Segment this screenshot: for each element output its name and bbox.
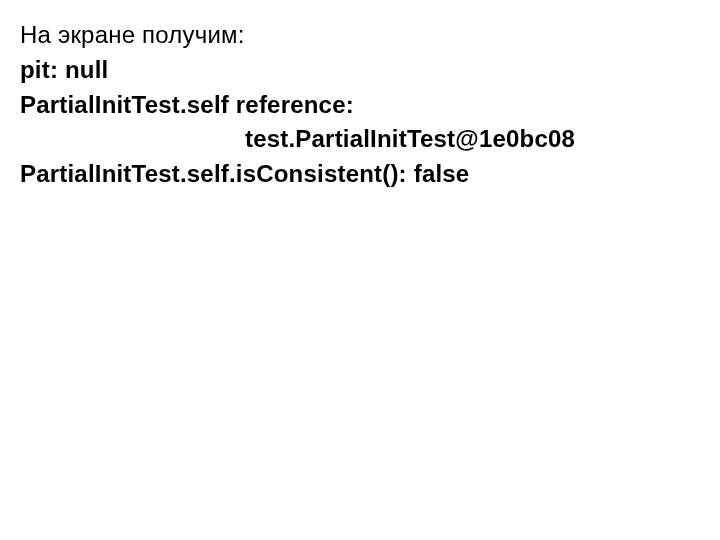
- output-line-1: pit: null: [20, 53, 700, 88]
- output-line-2: PartialInitTest.self reference:: [20, 88, 700, 123]
- output-line-3: test.PartialInitTest@1e0bc08: [20, 122, 700, 157]
- output-line-4: PartialInitTest.self.isConsistent(): fal…: [20, 157, 700, 192]
- intro-text: На экране получим:: [20, 18, 700, 53]
